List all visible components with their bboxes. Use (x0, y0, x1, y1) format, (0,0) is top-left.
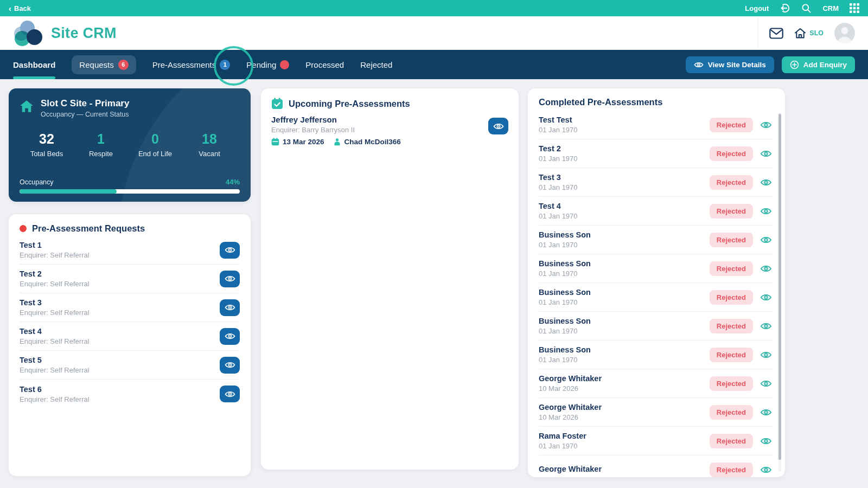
header-divider (758, 16, 758, 50)
view-request-button[interactable] (220, 299, 240, 316)
tab-processed-label: Processed (305, 60, 344, 69)
view-completed-icon[interactable] (760, 150, 772, 158)
view-upcoming-button[interactable] (488, 118, 508, 134)
completed-name: Test 4 (539, 202, 710, 210)
upcoming-contact: Chad McDoil366 (344, 138, 401, 146)
stat-respite: 1 Respite (74, 131, 128, 158)
site-selector[interactable]: SLO (794, 28, 824, 38)
view-request-button[interactable] (220, 357, 240, 374)
apps-grid-icon[interactable] (850, 3, 859, 13)
tab-pending-label: Pending (246, 60, 276, 69)
completed-row: Business Son 01 Jan 1970 Rejected (539, 283, 773, 312)
site-code-label: SLO (809, 29, 824, 37)
logout-link[interactable]: Logout (745, 4, 769, 12)
tab-rejected[interactable]: Rejected (360, 50, 392, 79)
avatar[interactable] (834, 23, 855, 43)
crm-link[interactable]: CRM (822, 4, 839, 12)
view-completed-icon[interactable] (760, 178, 772, 187)
completed-row: Test 3 01 Jan 1970 Rejected (539, 168, 773, 197)
person-icon (333, 138, 341, 146)
status-badge: Rejected (710, 434, 753, 448)
completed-name: Rama Foster (539, 432, 710, 440)
back-button[interactable]: ‹ Back (9, 4, 31, 12)
stat-end-of-life: 0 End of Life (128, 131, 182, 158)
logout-icon[interactable] (780, 3, 790, 14)
stat-label: Total Beds (20, 150, 74, 158)
view-completed-icon[interactable] (760, 351, 772, 359)
view-completed-icon[interactable] (760, 380, 772, 388)
status-badge: Rejected (710, 405, 753, 420)
requests-card-title: Pre-Assessment Requests (32, 223, 145, 234)
view-site-details-button[interactable]: View Site Details (686, 56, 774, 73)
add-enquiry-label: Add Enquiry (803, 61, 847, 69)
view-completed-icon[interactable] (760, 236, 772, 244)
completed-row: George Whitaker Rejected (539, 455, 773, 477)
completed-row: Business Son 01 Jan 1970 Rejected (539, 226, 773, 254)
tab-processed[interactable]: Processed (305, 50, 344, 79)
view-completed-icon[interactable] (760, 121, 772, 129)
upcoming-pre-assessments-card: Upcoming Pre-Assessments Jeffrey Jeffers… (261, 88, 519, 470)
request-row: Test 2 Enquirer: Self Referral (20, 265, 240, 293)
stat-label: Vacant (182, 150, 237, 158)
pre-assessment-requests-card: Pre-Assessment Requests Test 1 Enquirer:… (9, 214, 251, 476)
tab-pre-assessments[interactable]: Pre-Assessments 1 (152, 50, 231, 79)
completed-date: 01 Jan 1970 (539, 298, 710, 306)
view-completed-icon[interactable] (760, 265, 772, 273)
view-request-button[interactable] (220, 271, 240, 287)
view-completed-icon[interactable] (760, 466, 772, 474)
brand-title: Site CRM (51, 25, 117, 42)
view-completed-icon[interactable] (760, 293, 772, 301)
request-row: Test 5 Enquirer: Self Referral (20, 351, 240, 380)
status-badge: Rejected (710, 348, 753, 362)
tab-dashboard[interactable]: Dashboard (13, 50, 55, 79)
completed-row: Rama Foster 01 Jan 1970 Rejected (539, 427, 773, 455)
tab-requests[interactable]: Requests 6 (72, 50, 136, 79)
request-enquirer: Enquirer: Self Referral (20, 251, 220, 259)
view-request-button[interactable] (220, 242, 240, 259)
completed-row: Business Son 01 Jan 1970 Rejected (539, 341, 773, 369)
occupancy-bar-fill (20, 189, 117, 194)
pre-assessments-count-badge: 1 (220, 60, 230, 70)
completed-date: 01 Jan 1970 (539, 183, 710, 191)
request-name: Test 3 (20, 298, 220, 307)
completed-name: Test Test (539, 115, 710, 124)
completed-card-title: Completed Pre-Assessments (539, 97, 773, 107)
view-request-button[interactable] (220, 328, 240, 345)
upcoming-entry: Jeffrey Jefferson Enquirer: Barry Barrys… (271, 115, 508, 146)
add-enquiry-button[interactable]: Add Enquiry (782, 56, 855, 73)
stat-value: 18 (182, 131, 237, 147)
stat-value: 32 (20, 131, 74, 147)
mail-icon[interactable] (769, 28, 783, 39)
view-completed-icon[interactable] (760, 207, 772, 215)
upcoming-name: Jeffrey Jefferson (271, 115, 488, 124)
stat-label: Respite (74, 150, 128, 158)
request-enquirer: Enquirer: Self Referral (20, 395, 220, 403)
view-request-button[interactable] (220, 386, 240, 402)
completed-name: George Whitaker (539, 374, 710, 383)
top-utility-bar: ‹ Back Logout CRM (0, 0, 868, 16)
completed-name: Business Son (539, 288, 710, 297)
tab-pre-assessments-label: Pre-Assessments (152, 60, 216, 69)
completed-date: 01 Jan 1970 (539, 155, 710, 163)
eye-icon (694, 61, 704, 68)
request-enquirer: Enquirer: Self Referral (20, 366, 220, 374)
app-header: Site CRM SLO (0, 16, 868, 50)
tab-pending[interactable]: Pending (246, 50, 289, 79)
completed-date: 01 Jan 1970 (539, 327, 710, 335)
search-icon[interactable] (801, 3, 812, 14)
view-completed-icon[interactable] (760, 437, 772, 445)
scrollbar-thumb[interactable] (778, 114, 781, 460)
request-row: Test 1 Enquirer: Self Referral (20, 236, 240, 265)
tab-rejected-label: Rejected (360, 60, 392, 69)
tab-requests-label: Requests (79, 60, 113, 69)
tab-dashboard-label: Dashboard (13, 60, 55, 69)
back-label: Back (14, 4, 31, 12)
view-completed-icon[interactable] (760, 408, 772, 416)
completed-name: Test 3 (539, 173, 710, 182)
status-badge: Rejected (710, 261, 753, 276)
completed-date: 01 Jan 1970 (539, 269, 710, 278)
completed-name: Business Son (539, 317, 710, 325)
stat-label: End of Life (128, 150, 182, 158)
requests-count-badge: 6 (118, 60, 129, 70)
view-completed-icon[interactable] (760, 322, 772, 330)
